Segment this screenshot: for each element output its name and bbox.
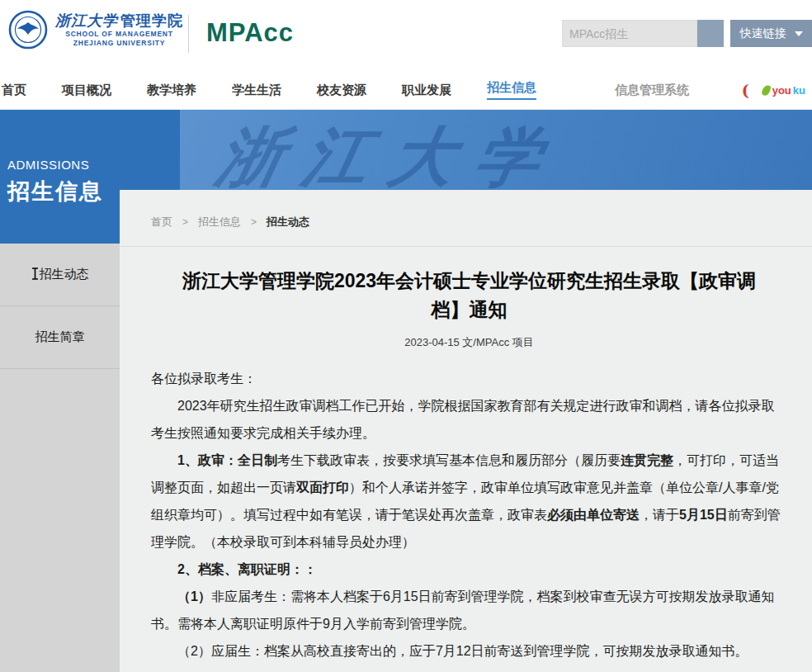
chevron-down-icon bbox=[795, 31, 803, 36]
logo-english-line2: ZHEJIANG UNIVERSITY bbox=[55, 39, 183, 48]
article: 浙江大学管理学院2023年会计硕士专业学位研究生招生录取【政审调档】通知 202… bbox=[120, 247, 812, 665]
sidebar-item-label: 招生简章 bbox=[35, 329, 85, 345]
breadcrumb-admissions[interactable]: 招生信息 bbox=[198, 215, 241, 230]
quick-link-label: 快速链接 bbox=[740, 26, 786, 41]
nav-item-overview[interactable]: 项目概况 bbox=[62, 83, 111, 98]
page: 浙江大学管理学院 SCHOOL OF MANAGEMENT ZHEJIANG U… bbox=[0, 0, 812, 672]
nav-social-icons: ( youku bbox=[742, 81, 812, 99]
breadcrumb-separator: > bbox=[182, 216, 188, 228]
site-header: 浙江大学管理学院 SCHOOL OF MANAGEMENT ZHEJIANG U… bbox=[0, 0, 812, 70]
text-cursor-icon bbox=[31, 267, 39, 282]
banner-watermark: 浙江大学 bbox=[210, 115, 571, 201]
breadcrumb-current: 招生动态 bbox=[267, 215, 309, 230]
paragraph-fresh-graduates: （2）应届生：档案从高校直接寄出的，应于7月12日前寄送到管理学院，可按期发放录… bbox=[151, 637, 787, 665]
youku-leaf-icon bbox=[761, 83, 772, 96]
university-seal-icon bbox=[8, 10, 48, 50]
logo-english-line1: SCHOOL OF MANAGEMENT bbox=[55, 30, 183, 39]
content-panel: 首页 > 招生信息 > 招生动态 浙江大学管理学院2023年会计硕士专业学位研究… bbox=[120, 190, 812, 672]
logo-chinese: 浙江大学管理学院 bbox=[55, 12, 183, 30]
youku-icon[interactable]: youku bbox=[762, 84, 805, 97]
sidebar-item-label: 招生动态 bbox=[40, 267, 89, 282]
nav-item-info-system[interactable]: 信息管理系统 bbox=[615, 83, 689, 98]
paragraph-salutation: 各位拟录取考生： bbox=[151, 365, 787, 392]
article-body: 各位拟录取考生： 2023年研究生招生政审调档工作已开始，学院根据国家教育部有关… bbox=[151, 365, 787, 665]
paragraph-non-fresh-graduates: （1）非应届考生：需将本人档案于6月15日前寄到管理学院，档案到校审查无误方可按… bbox=[151, 583, 787, 637]
paragraph-intro: 2023年研究生招生政审调档工作已开始，学院根据国家教育部有关规定进行政审和调档… bbox=[151, 392, 787, 447]
brand-mpacc: MPAcc bbox=[206, 18, 294, 48]
nav-item-home[interactable]: 首页 bbox=[2, 83, 26, 98]
logo-divider bbox=[188, 15, 189, 53]
banner-title-en: ADMISSIONS bbox=[7, 158, 180, 172]
breadcrumb-separator: > bbox=[251, 216, 257, 228]
paragraph-political-review: 1、政审：全日制考生下载政审表，按要求填写基本信息和履历部分（履历要连贯完整，可… bbox=[151, 447, 787, 556]
logo-text: 浙江大学管理学院 SCHOOL OF MANAGEMENT ZHEJIANG U… bbox=[55, 12, 183, 48]
breadcrumb: 首页 > 招生信息 > 招生动态 bbox=[120, 190, 812, 247]
article-title: 浙江大学管理学院2023年会计硕士专业学位研究生招生录取【政审调档】通知 bbox=[163, 267, 774, 324]
nav-item-teaching[interactable]: 教学培养 bbox=[147, 83, 196, 98]
nav-item-admissions[interactable]: 招生信息 bbox=[487, 80, 536, 100]
sidebar: 招生动态 招生简章 bbox=[0, 244, 120, 672]
nav-item-alumni[interactable]: 校友资源 bbox=[317, 83, 366, 98]
sidebar-item-admission-brochure[interactable]: 招生简章 bbox=[0, 306, 120, 369]
breadcrumb-home[interactable]: 首页 bbox=[151, 215, 172, 230]
sidebar-item-admission-news[interactable]: 招生动态 bbox=[0, 244, 120, 306]
search-input[interactable] bbox=[562, 20, 697, 47]
main-nav: 首页 项目概况 教学培养 学生生活 校友资源 职业发展 招生信息 信息管理系统 … bbox=[0, 70, 812, 110]
article-meta: 2023-04-15 文/MPAcc 项目 bbox=[151, 335, 787, 350]
paragraph-archives-heading: 2、档案、离职证明：： bbox=[151, 556, 787, 583]
quick-link-button[interactable]: 快速链接 bbox=[730, 20, 812, 47]
nav-item-student-life[interactable]: 学生生活 bbox=[232, 83, 281, 98]
weibo-icon[interactable]: ( bbox=[742, 81, 749, 99]
university-logo[interactable]: 浙江大学管理学院 SCHOOL OF MANAGEMENT ZHEJIANG U… bbox=[8, 10, 183, 50]
search-button[interactable] bbox=[697, 20, 724, 47]
nav-item-career[interactable]: 职业发展 bbox=[402, 83, 451, 98]
